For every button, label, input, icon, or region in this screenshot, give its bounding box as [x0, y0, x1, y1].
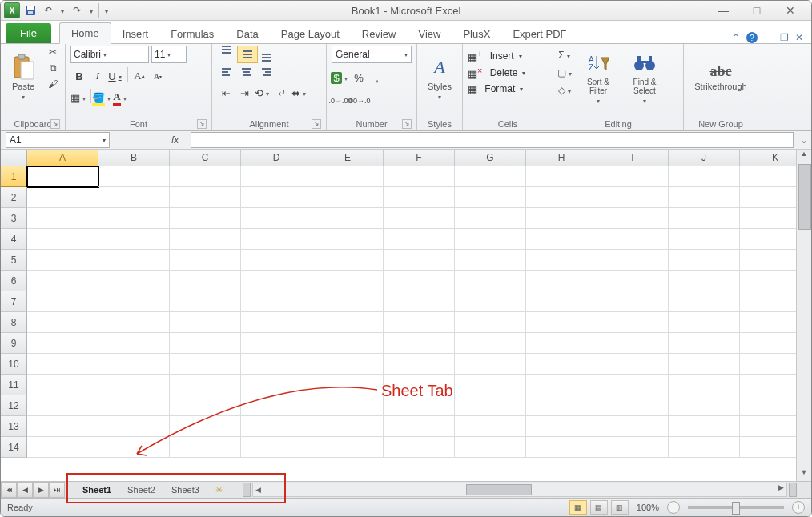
cell[interactable] — [27, 271, 98, 291]
cell[interactable] — [241, 354, 312, 375]
cell[interactable] — [384, 395, 455, 416]
tab-home[interactable]: Home — [59, 22, 111, 44]
cell[interactable] — [597, 208, 669, 229]
cell[interactable] — [98, 208, 170, 229]
cell[interactable] — [597, 229, 669, 250]
cell[interactable] — [312, 354, 384, 375]
cell[interactable] — [170, 395, 241, 416]
cell[interactable] — [312, 395, 384, 416]
cell[interactable] — [384, 375, 455, 395]
cell[interactable] — [526, 187, 597, 208]
row-header[interactable]: 14 — [1, 437, 27, 458]
clipboard-dialog-launcher-icon[interactable]: ↘ — [50, 119, 60, 129]
cell[interactable] — [312, 271, 384, 291]
column-header[interactable]: A — [27, 150, 98, 166]
align-left-icon[interactable] — [217, 64, 236, 80]
cell[interactable] — [98, 291, 170, 312]
cell[interactable] — [455, 250, 526, 271]
column-header[interactable]: J — [669, 150, 740, 166]
file-tab[interactable]: File — [6, 23, 51, 43]
cell[interactable] — [526, 291, 597, 312]
cell[interactable] — [241, 395, 312, 416]
row-header[interactable]: 1 — [1, 166, 27, 187]
cell[interactable] — [312, 375, 384, 395]
cell[interactable] — [312, 291, 384, 312]
undo-dropdown-icon[interactable]: ▾ — [58, 8, 66, 15]
cell[interactable] — [455, 416, 526, 437]
cell[interactable] — [455, 291, 526, 312]
cell[interactable] — [241, 333, 312, 354]
doc-restore-icon[interactable]: ❐ — [780, 32, 789, 43]
cell[interactable] — [312, 187, 384, 208]
cell[interactable] — [669, 395, 740, 416]
font-color-icon[interactable]: A▾ — [112, 89, 130, 106]
cell[interactable] — [170, 333, 241, 354]
cell[interactable] — [98, 395, 170, 416]
strikethrough-button[interactable]: abc Strikethrough — [689, 46, 753, 108]
cut-icon[interactable]: ✂ — [46, 46, 60, 58]
fx-button[interactable]: fx — [163, 131, 187, 149]
new-sheet-tab[interactable]: ✳ — [206, 483, 246, 497]
column-header[interactable]: E — [312, 150, 384, 166]
cell[interactable] — [455, 437, 526, 458]
number-format-select[interactable]: General▾ — [332, 46, 412, 63]
help-icon[interactable]: ? — [746, 32, 758, 43]
bold-button[interactable]: B — [70, 67, 88, 85]
cell[interactable] — [455, 208, 526, 229]
sort-filter-button[interactable]: AZ Sort & Filter▾ — [577, 46, 619, 108]
cell[interactable] — [669, 437, 740, 458]
copy-icon[interactable]: ⧉ — [46, 62, 60, 74]
tab-plusx[interactable]: PlusX — [452, 24, 501, 44]
comma-format-icon[interactable]: , — [368, 69, 386, 86]
row-header[interactable]: 10 — [1, 354, 27, 375]
cell[interactable] — [27, 437, 98, 458]
styles-button[interactable]: A Styles▾ — [422, 46, 457, 108]
cell[interactable] — [170, 291, 241, 312]
fill-color-icon[interactable]: 🪣▾ — [94, 89, 111, 106]
cell[interactable] — [170, 166, 241, 187]
cell[interactable] — [27, 229, 98, 250]
cell[interactable] — [384, 291, 455, 312]
column-header[interactable]: F — [384, 150, 455, 166]
vscroll-thumb[interactable] — [798, 164, 811, 230]
cell[interactable] — [597, 187, 669, 208]
cell[interactable] — [312, 250, 384, 271]
maximize-button[interactable]: □ — [750, 4, 763, 17]
cell[interactable] — [597, 395, 669, 416]
cell[interactable] — [526, 395, 597, 416]
hscroll-thumb[interactable] — [466, 484, 532, 495]
format-painter-icon[interactable]: 🖌 — [46, 78, 60, 90]
cell[interactable] — [597, 250, 669, 271]
cell[interactable] — [526, 375, 597, 395]
align-bottom-icon[interactable] — [257, 46, 276, 62]
delete-cells-button[interactable]: ▦× Delete▾ — [468, 66, 525, 80]
cell[interactable] — [455, 166, 526, 187]
cell[interactable] — [526, 166, 597, 187]
cell[interactable] — [27, 375, 98, 395]
cell[interactable] — [597, 437, 669, 458]
doc-close-icon[interactable]: ✕ — [795, 32, 803, 43]
cell[interactable] — [526, 271, 597, 291]
cell[interactable] — [98, 166, 170, 187]
scroll-up-icon[interactable]: ▲ — [797, 150, 811, 162]
cell[interactable] — [241, 375, 312, 395]
cell[interactable] — [312, 312, 384, 333]
vertical-scrollbar[interactable]: ▲ ▼ — [796, 150, 811, 481]
cell[interactable] — [384, 229, 455, 250]
cell[interactable] — [526, 437, 597, 458]
cell[interactable] — [170, 250, 241, 271]
formula-bar-expand-icon[interactable]: ⌄ — [797, 134, 811, 146]
font-dialog-launcher-icon[interactable]: ↘ — [197, 119, 207, 129]
tab-review[interactable]: Review — [351, 24, 408, 44]
cell[interactable] — [669, 333, 740, 354]
cell[interactable] — [170, 208, 241, 229]
cell[interactable] — [669, 291, 740, 312]
cell[interactable] — [98, 354, 170, 375]
cell[interactable] — [669, 271, 740, 291]
cell[interactable] — [27, 250, 98, 271]
redo-icon[interactable]: ↷ — [70, 3, 84, 18]
row-header[interactable]: 12 — [1, 395, 27, 416]
align-center-icon[interactable] — [237, 64, 256, 80]
paste-button[interactable]: Paste ▾ — [6, 46, 41, 108]
format-cells-button[interactable]: ▦ Format▾ — [468, 83, 523, 95]
